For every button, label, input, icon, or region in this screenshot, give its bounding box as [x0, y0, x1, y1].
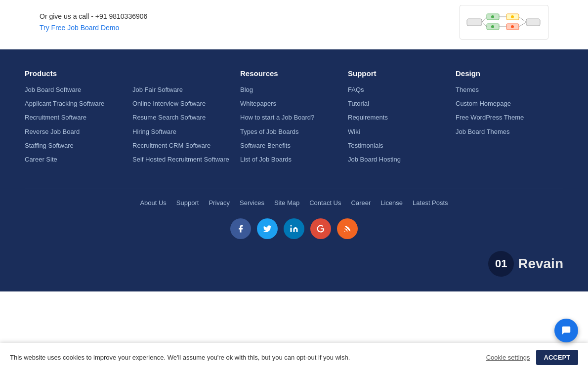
demo-link[interactable]: Try Free Job Board Demo — [40, 24, 119, 32]
footer-col-support: Support FAQs Tutorial Requirements Wiki … — [348, 69, 456, 169]
list-item: Software Benefits — [240, 141, 348, 150]
products-job-fair[interactable]: Job Fair Software — [132, 85, 240, 94]
list-item: Job Fair Software — [132, 85, 240, 94]
resources-list-job-boards[interactable]: List of Job Boards — [240, 155, 348, 164]
svg-line-11 — [519, 22, 526, 27]
products-list: Job Board Software Applicant Tracking So… — [25, 85, 132, 164]
nav-latest-posts[interactable]: Latest Posts — [413, 199, 448, 207]
list-item: Requirements — [348, 113, 456, 122]
list-item: Job Board Software — [25, 85, 132, 94]
svg-line-6 — [482, 17, 487, 22]
footer-col-design: Design Themes Custom Homepage Free WordP… — [456, 69, 563, 169]
resources-list: Blog Whitepapers How to start a Job Boar… — [240, 85, 348, 164]
nav-support[interactable]: Support — [176, 199, 199, 207]
svg-point-13 — [491, 25, 494, 28]
design-free-wordpress[interactable]: Free WordPress Theme — [456, 113, 563, 122]
products-self-hosted[interactable]: Self Hosted Recruitment Software — [132, 155, 240, 164]
products-hiring-software[interactable]: Hiring Software — [132, 127, 240, 136]
support-job-board-hosting[interactable]: Job Board Hosting — [348, 155, 456, 164]
support-wiki[interactable]: Wiki — [348, 127, 456, 136]
resources-whitepapers[interactable]: Whitepapers — [240, 99, 348, 108]
nav-about-us[interactable]: About Us — [140, 199, 166, 207]
svg-point-17 — [344, 231, 345, 232]
list-item: Hiring Software — [132, 127, 240, 136]
svg-point-12 — [491, 15, 494, 18]
support-testimonials[interactable]: Testimonials — [348, 141, 456, 150]
list-item: Job Board Themes — [456, 127, 563, 136]
footer-col-resources: Resources Blog Whitepapers How to start … — [240, 69, 348, 169]
list-item: Applicant Tracking Software — [25, 99, 132, 108]
facebook-icon[interactable] — [230, 218, 251, 239]
nav-contact-us[interactable]: Contact Us — [309, 199, 341, 207]
list-item: Job Board Hosting — [348, 155, 456, 164]
list-item: Recruitment CRM Software — [132, 141, 240, 150]
products-applicant-tracking[interactable]: Applicant Tracking Software — [25, 99, 132, 108]
list-item: How to start a Job Board? — [240, 113, 348, 122]
contact-text-area: Or give us a call - +91 9810336906 Try F… — [40, 12, 147, 32]
nav-services[interactable]: Services — [240, 199, 264, 207]
products-reverse-job-board[interactable]: Reverse Job Board — [25, 127, 132, 136]
footer: Products Job Board Software Applicant Tr… — [0, 49, 588, 291]
svg-point-15 — [511, 25, 514, 28]
design-themes[interactable]: Themes — [456, 85, 563, 94]
products-resume-search[interactable]: Resume Search Software — [132, 113, 240, 122]
revain-badge-text: 01 — [495, 257, 507, 270]
list-item: Types of Job Boards — [240, 127, 348, 136]
resources-software-benefits[interactable]: Software Benefits — [240, 141, 348, 150]
list-item: Staffing Software — [25, 141, 132, 150]
list-item: FAQs — [348, 85, 456, 94]
list-item: Resume Search Software — [132, 113, 240, 122]
linkedin-icon[interactable] — [284, 218, 304, 239]
svg-rect-0 — [467, 19, 482, 26]
footer-col-products: Products Job Board Software Applicant Tr… — [25, 69, 132, 169]
support-list: FAQs Tutorial Requirements Wiki Testimon… — [348, 85, 456, 164]
svg-point-16 — [291, 225, 292, 227]
list-item: Custom Homepage — [456, 99, 563, 108]
support-faqs[interactable]: FAQs — [348, 85, 456, 94]
svg-line-10 — [519, 17, 526, 22]
col-heading-resources: Resources — [240, 69, 348, 78]
resources-types-job-boards[interactable]: Types of Job Boards — [240, 127, 348, 136]
products-career-site[interactable]: Career Site — [25, 155, 132, 164]
products-recruitment-crm[interactable]: Recruitment CRM Software — [132, 141, 240, 150]
revain-text: Revain — [518, 256, 563, 272]
list-item: Themes — [456, 85, 563, 94]
list-item: Wiki — [348, 127, 456, 136]
support-tutorial[interactable]: Tutorial — [348, 99, 456, 108]
products-recruitment-software[interactable]: Recruitment Software — [25, 113, 132, 122]
revain-badge: 01 — [488, 251, 514, 277]
resources-blog[interactable]: Blog — [240, 85, 348, 94]
revain-area: 01 Revain — [25, 251, 563, 277]
support-requirements[interactable]: Requirements — [348, 113, 456, 122]
footer-bottom-nav: About Us Support Privacy Services Site M… — [25, 199, 563, 207]
footer-columns: Products Job Board Software Applicant Tr… — [25, 69, 563, 169]
svg-point-14 — [511, 15, 514, 18]
footer-col-products-2: . Job Fair Software Online Interview Sof… — [132, 69, 240, 169]
nav-privacy[interactable]: Privacy — [209, 199, 230, 207]
list-item: Tutorial — [348, 99, 456, 108]
nav-site-map[interactable]: Site Map — [274, 199, 299, 207]
design-custom-homepage[interactable]: Custom Homepage — [456, 99, 563, 108]
products-online-interview[interactable]: Online Interview Software — [132, 99, 240, 108]
list-item: Free WordPress Theme — [456, 113, 563, 122]
svg-rect-5 — [526, 19, 540, 26]
products-job-board-software[interactable]: Job Board Software — [25, 85, 132, 94]
resources-how-to-start[interactable]: How to start a Job Board? — [240, 113, 348, 122]
footer-divider — [25, 189, 563, 189]
list-item: Blog — [240, 85, 348, 94]
products-staffing-software[interactable]: Staffing Software — [25, 141, 132, 150]
nav-license[interactable]: License — [380, 199, 403, 207]
list-item: Online Interview Software — [132, 99, 240, 108]
nav-career[interactable]: Career — [351, 199, 371, 207]
twitter-icon[interactable] — [257, 218, 278, 239]
google-icon[interactable] — [310, 218, 331, 239]
top-section: Or give us a call - +91 9810336906 Try F… — [0, 0, 588, 49]
design-job-board-themes[interactable]: Job Board Themes — [456, 127, 563, 136]
design-list: Themes Custom Homepage Free WordPress Th… — [456, 85, 563, 136]
list-item: Testimonials — [348, 141, 456, 150]
phone-text: Or give us a call - +91 9810336906 — [40, 12, 147, 20]
flow-diagram-box — [460, 5, 548, 40]
flow-diagram-svg — [464, 9, 544, 36]
col-heading-support: Support — [348, 69, 456, 78]
rss-icon[interactable] — [337, 218, 358, 239]
